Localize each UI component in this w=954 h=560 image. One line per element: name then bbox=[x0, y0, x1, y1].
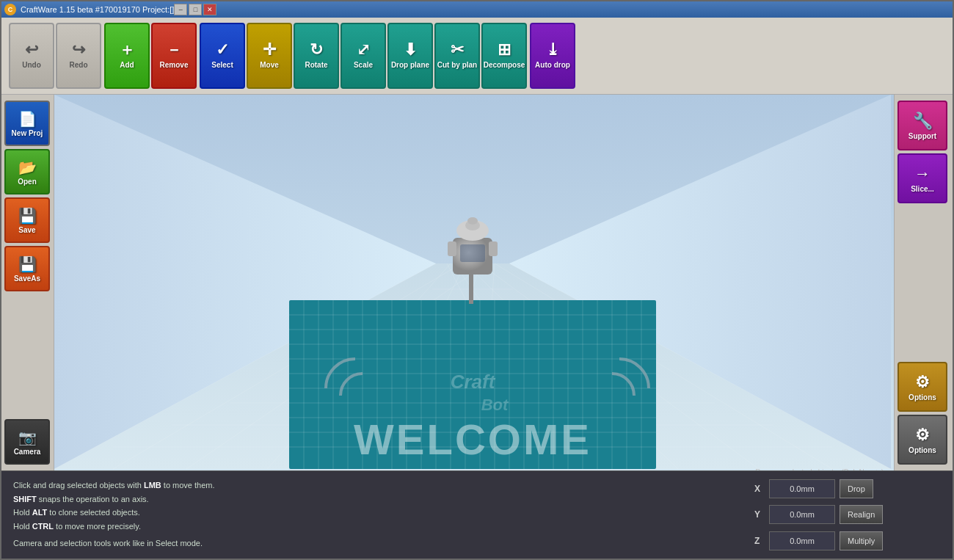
lmb-key: LMB bbox=[144, 481, 161, 490]
support-button[interactable]: 🔧 Support bbox=[897, 101, 947, 150]
multiply-button[interactable]: Multiply bbox=[840, 531, 883, 550]
rotate-button[interactable]: ↻ Rotate bbox=[294, 23, 339, 89]
info-line-1: Click and drag selected objects with LMB… bbox=[13, 479, 735, 492]
open-button[interactable]: 📂 Open bbox=[4, 149, 50, 194]
slice-button[interactable]: → Slice... bbox=[897, 153, 947, 203]
window-title: CraftWare 1.15 beta #170019170 Project:[… bbox=[21, 5, 174, 14]
svg-text:WELCOME: WELCOME bbox=[354, 415, 591, 463]
scale-button[interactable]: ⤢ Scale bbox=[341, 23, 386, 89]
slice-label: Slice... bbox=[911, 185, 934, 193]
left-sidebar: 📄 New Proj 📂 Open 💾 Save 💾 SaveAs 📷 Came… bbox=[1, 95, 54, 470]
right-sidebar: 🔧 Support → Slice... ⚙ Options ⚙ Options bbox=[894, 95, 953, 470]
x-label: X bbox=[754, 484, 765, 494]
autodrop-label: Auto drop bbox=[535, 61, 570, 70]
svg-rect-68 bbox=[448, 241, 456, 256]
camera-button[interactable]: 📷 Camera bbox=[4, 419, 50, 465]
y-label: Y bbox=[754, 509, 765, 520]
y-input[interactable] bbox=[769, 505, 835, 524]
info-line-4: Hold CTRL to move more precisely. bbox=[13, 520, 735, 534]
maximize-button[interactable]: □ bbox=[189, 4, 202, 15]
x-coord-row: X Drop bbox=[754, 479, 945, 498]
decompose-icon: ⊞ bbox=[498, 42, 511, 58]
scale-label: Scale bbox=[354, 61, 373, 70]
new-project-button[interactable]: 📄 New Proj bbox=[4, 101, 50, 146]
support-icon: 🔧 bbox=[913, 112, 933, 131]
viewport[interactable]: WELCOME Craft Bot bbox=[54, 95, 894, 470]
svg-rect-67 bbox=[460, 244, 485, 262]
save-as-button[interactable]: 💾 SaveAs bbox=[4, 246, 50, 291]
remove-button[interactable]: － Remove bbox=[151, 23, 197, 89]
open-icon: 📂 bbox=[18, 159, 37, 176]
move-button[interactable]: ✛ Move bbox=[247, 23, 292, 89]
info-line-5: Camera and selection tools work like in … bbox=[13, 537, 735, 550]
options-icon: ⚙ bbox=[915, 373, 930, 392]
autodrop-group: ⤓ Auto drop bbox=[530, 23, 575, 89]
add-remove-group: ＋ Add － Remove bbox=[104, 23, 197, 89]
realign-button[interactable]: Realign bbox=[840, 505, 883, 524]
redo-button[interactable]: ↪ Redo bbox=[56, 23, 101, 89]
select-icon: ✓ bbox=[216, 42, 229, 58]
room-svg: WELCOME Craft Bot bbox=[54, 95, 894, 470]
minimize-button[interactable]: – bbox=[174, 4, 187, 15]
save-as-icon: 💾 bbox=[18, 255, 37, 273]
options2-button[interactable]: ⚙ Options bbox=[897, 415, 947, 465]
scale-icon: ⤢ bbox=[357, 42, 370, 58]
autodrop-icon: ⤓ bbox=[546, 42, 559, 58]
options-label: Options bbox=[909, 393, 936, 401]
save-as-label: SaveAs bbox=[14, 274, 40, 283]
dropplane-button[interactable]: ⬇ Drop plane bbox=[387, 23, 433, 89]
alt-key: ALT bbox=[32, 508, 48, 517]
undo-label: Undo bbox=[22, 61, 41, 70]
ctrl-key: CTRL bbox=[32, 522, 54, 531]
camera-icon: 📷 bbox=[18, 429, 37, 446]
new-project-icon: 📄 bbox=[18, 110, 37, 128]
support-label: Support bbox=[909, 132, 936, 140]
open-label: Open bbox=[18, 178, 37, 186]
autodrop-button[interactable]: ⤓ Auto drop bbox=[530, 23, 575, 89]
move-label: Move bbox=[260, 61, 279, 70]
z-coord-row: Z Multiply bbox=[754, 531, 945, 550]
coords-panel: X Drop Y Realign Z Multiply bbox=[747, 471, 953, 559]
remove-icon: － bbox=[166, 42, 182, 58]
bottom-panel: Click and drag selected objects with LMB… bbox=[1, 470, 953, 559]
decompose-button[interactable]: ⊞ Decompose bbox=[481, 23, 527, 89]
window-controls: – □ ✕ bbox=[174, 4, 216, 15]
add-icon: ＋ bbox=[119, 42, 135, 58]
svg-text:Bot: Bot bbox=[481, 396, 509, 414]
rotate-label: Rotate bbox=[305, 61, 327, 70]
remove-label: Remove bbox=[160, 61, 189, 70]
options-button[interactable]: ⚙ Options bbox=[897, 362, 947, 412]
drop-button[interactable]: Drop bbox=[840, 479, 873, 498]
undo-button[interactable]: ↩ Undo bbox=[9, 23, 54, 89]
close-button[interactable]: ✕ bbox=[203, 4, 216, 15]
options2-label: Options bbox=[909, 446, 936, 454]
select-button[interactable]: ✓ Select bbox=[200, 23, 245, 89]
svg-text:Craft: Craft bbox=[451, 371, 496, 393]
decompose-label: Decompose bbox=[484, 61, 525, 70]
undo-icon: ↩ bbox=[25, 42, 38, 58]
y-coord-row: Y Realign bbox=[754, 505, 945, 524]
save-button[interactable]: 💾 Save bbox=[4, 197, 50, 243]
new-project-label: New Proj bbox=[12, 129, 43, 137]
info-panel: Click and drag selected objects with LMB… bbox=[1, 471, 747, 559]
save-icon: 💾 bbox=[18, 207, 37, 225]
shift-key: SHIFT bbox=[13, 495, 37, 503]
x-input[interactable] bbox=[769, 479, 835, 498]
add-button[interactable]: ＋ Add bbox=[104, 23, 150, 89]
save-label: Save bbox=[18, 226, 35, 234]
move-icon: ✛ bbox=[263, 42, 276, 58]
info-line-2: SHIFT snaps the operation to an axis. bbox=[13, 492, 735, 506]
toolbar: ↩ Undo ↪ Redo ＋ Add － Remove ✓ Select bbox=[1, 18, 953, 95]
info-line-3: Hold ALT to clone selected objects. bbox=[13, 506, 735, 520]
rotate-icon: ↻ bbox=[310, 42, 323, 58]
main-area: 📄 New Proj 📂 Open 💾 Save 💾 SaveAs 📷 Came… bbox=[1, 95, 953, 470]
svg-text:Remove selected objects. (Del,: Remove selected objects. (Del, Num+-) bbox=[755, 468, 884, 470]
dropplane-label: Drop plane bbox=[391, 61, 429, 70]
slice-icon: → bbox=[914, 164, 931, 183]
cutplane-label: Cut by plan bbox=[437, 61, 477, 70]
z-input[interactable] bbox=[769, 531, 835, 550]
svg-rect-69 bbox=[489, 241, 498, 256]
add-label: Add bbox=[120, 61, 134, 70]
cutplane-button[interactable]: ✂ Cut by plan bbox=[434, 23, 480, 89]
camera-label: Camera bbox=[14, 448, 41, 456]
